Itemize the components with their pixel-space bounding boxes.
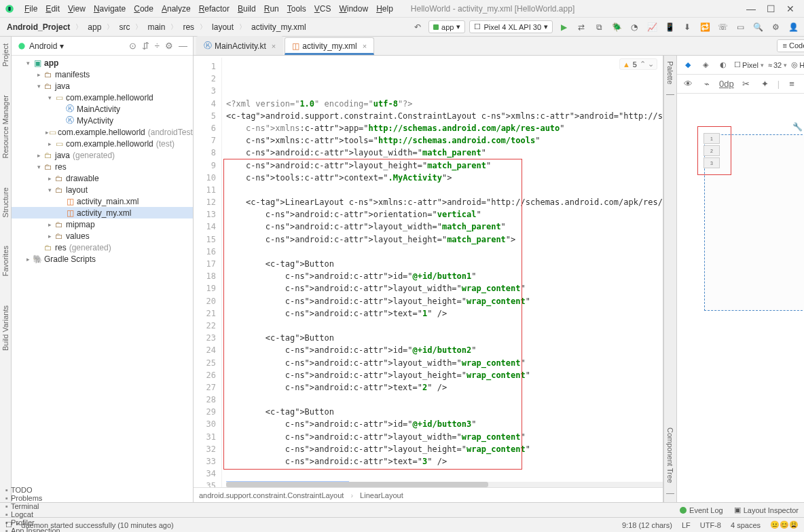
code-editor[interactable]: ▲5⌃ ⌄ 1234567891011121314151617181920212… [194, 56, 663, 502]
orientation-icon[interactable]: ◈ [699, 58, 712, 72]
menu-run[interactable]: Run [260, 3, 283, 15]
breadcrumb-item[interactable]: activity_my.xml [249, 22, 308, 33]
breadcrumb[interactable]: Android_Project〉app〉src〉main〉res〉layout〉… [4, 22, 309, 33]
tree-node[interactable]: ⓀMyActivity [12, 115, 193, 126]
theme-dropdown[interactable]: ◎ HelloWorld [791, 60, 804, 69]
menu-tools[interactable]: Tools [283, 3, 310, 15]
tree-node[interactable]: 🗀res(generated) [12, 242, 193, 253]
tree-node[interactable]: ▾🗀java [12, 80, 193, 92]
left-rail-structure[interactable]: Structure [0, 183, 11, 222]
bottom-tab-todo[interactable]: ▪ TODO [5, 486, 60, 494]
menu-file[interactable]: File [20, 3, 41, 15]
debug-icon[interactable]: 🪲 [610, 20, 623, 34]
left-rail-favorites[interactable]: Favorites [0, 242, 11, 280]
hide-tool-icon[interactable]: — [179, 41, 187, 51]
back-nav-icon[interactable]: ↶ [411, 20, 424, 34]
memory-indicator[interactable]: 😐😊😩 [770, 520, 799, 529]
project-view-dropdown[interactable]: Android ▾ [17, 41, 64, 51]
code-line[interactable]: c-ns">android:c-attr">id="@+id/button2" [226, 344, 663, 356]
mode-code[interactable]: ≡ Code [778, 40, 805, 52]
code-line[interactable]: c-ns">android:c-attr">layout_width="wrap… [226, 431, 663, 443]
surface-select-icon[interactable]: ◆ [681, 58, 695, 72]
tree-node[interactable]: ▸▭com.example.helloworld(test) [12, 138, 193, 149]
code-line[interactable]: <c-tag">Button [226, 406, 663, 418]
wrench-icon[interactable]: 🔧 [792, 122, 803, 132]
minimize-button[interactable]: — [746, 3, 756, 14]
maximize-button[interactable]: ☐ [767, 3, 775, 14]
tree-node[interactable]: ▾🗀layout [12, 184, 193, 195]
tree-node[interactable]: ▸🗀mipmap [12, 218, 193, 230]
event-log-tab[interactable]: Event Log [680, 506, 723, 514]
tool-settings-icon[interactable]: ⚙ [165, 41, 173, 51]
code-lines[interactable]: <?xml version="1.0" encoding="utf-8"?><c… [222, 58, 663, 487]
tree-node[interactable]: ◫activity_main.xml [12, 195, 193, 207]
code-line[interactable]: c-ns">android:c-attr">layout_width="matc… [226, 221, 663, 233]
apply-changes-icon[interactable]: ⇄ [574, 20, 588, 34]
code-line[interactable]: c-ns">android:c-attr">layout_height="wra… [226, 443, 663, 455]
breadcrumb-item[interactable]: layout [209, 22, 236, 33]
menu-code[interactable]: Code [130, 3, 158, 15]
left-rail-build-variants[interactable]: Build Variants [0, 301, 11, 355]
layout-inspector-tab[interactable]: ▣ Layout Inspector [734, 506, 799, 514]
file-encoding[interactable]: UTF-8 [700, 521, 721, 529]
menu-refactor[interactable]: Refactor [195, 3, 234, 15]
device-icon[interactable]: ▭ [733, 20, 747, 34]
editor-tab[interactable]: ⓀMainActivity.kt× [196, 36, 283, 55]
search-icon[interactable]: 🔍 [751, 20, 765, 34]
align-icon[interactable]: ≡ [785, 77, 799, 91]
menu-vcs[interactable]: VCS [310, 3, 335, 15]
code-line[interactable] [226, 468, 663, 480]
breadcrumb-item[interactable]: main [145, 22, 168, 33]
attach-debugger-icon[interactable]: ⧉ [592, 20, 606, 34]
code-line[interactable]: c-ns">tools:c-attr">context=".MyActivity… [226, 172, 663, 184]
tree-node[interactable]: ▸🐘Gradle Scripts [12, 253, 193, 265]
code-line[interactable]: <c-tag">Button [226, 258, 663, 270]
status-icon[interactable]: ☐ [5, 520, 12, 529]
code-line[interactable]: c-ns">android:c-attr">layout_height="wra… [226, 295, 663, 307]
tree-node[interactable]: ◫activity_my.xml [12, 207, 193, 218]
tree-node[interactable]: ▾▭com.example.helloworld [12, 92, 193, 103]
code-line[interactable]: c-ns">android:c-attr">layout_height="mat… [226, 159, 663, 172]
code-line[interactable] [226, 246, 663, 258]
magnet-icon[interactable]: ⌁ [700, 77, 714, 91]
expand-all-icon[interactable]: ⇵ [142, 41, 149, 51]
code-line[interactable]: c-ns">android:c-attr">layout_width="matc… [226, 147, 663, 159]
code-line[interactable]: <c-tag">LinearLayout c-ns">xmlns:c-attr"… [226, 196, 663, 208]
horizontal-scrollbar[interactable] [226, 482, 663, 487]
coverage-icon[interactable]: ◔ [627, 20, 641, 34]
code-line[interactable] [226, 394, 663, 406]
infer-constraints-icon[interactable]: ✦ [759, 77, 772, 91]
structure-breadcrumb[interactable]: android.support.constraint.ConstraintLay… [194, 487, 663, 502]
tree-node[interactable]: ▾▣app [12, 57, 193, 69]
device-type-dropdown[interactable]: ☐ Pixel [734, 60, 764, 69]
code-line[interactable]: c-ns">android:c-attr">orientation="verti… [226, 208, 663, 221]
editor-tab[interactable]: ◫activity_my.xml× [285, 37, 374, 55]
code-line[interactable]: c-ns">android:c-attr">layout_height="wra… [226, 369, 663, 381]
close-button[interactable]: ✕ [786, 3, 794, 14]
indent-setting[interactable]: 4 spaces [731, 521, 761, 529]
code-line[interactable]: c-ns">android:c-attr">text="2" /> [226, 381, 663, 394]
default-margin[interactable]: 0dp [719, 79, 734, 89]
menu-navigate[interactable]: Navigate [90, 3, 130, 15]
pan-eye-icon[interactable]: 👁 [681, 77, 695, 91]
device-dropdown[interactable]: ☐ Pixel 4 XL API 30 ▾ [469, 20, 553, 33]
project-tree[interactable]: ▾▣app▸🗀manifests▾🗀java▾▭com.example.hell… [12, 56, 193, 502]
tree-node[interactable]: ▸🗀manifests [12, 69, 193, 80]
select-opened-file-icon[interactable]: ⊙ [129, 41, 136, 51]
sdk-manager-icon[interactable]: ⬇ [680, 20, 694, 34]
close-tab-icon[interactable]: × [363, 42, 367, 50]
tree-node[interactable]: ▸🗀values [12, 230, 193, 242]
code-line[interactable] [226, 320, 663, 332]
clear-constraints-icon[interactable]: ✂ [739, 77, 753, 91]
line-separator[interactable]: LF [682, 521, 691, 529]
menu-help[interactable]: Help [372, 3, 397, 15]
left-rail-project[interactable]: Project [0, 39, 11, 71]
menu-edit[interactable]: Edit [41, 3, 64, 15]
code-line[interactable]: c-ns">android:c-attr">layout_width="wrap… [226, 282, 663, 294]
phone-icon[interactable]: ☏ [716, 20, 729, 34]
breadcrumb-item[interactable]: Android_Project [4, 22, 73, 33]
tree-node[interactable]: ▾🗀res [12, 161, 193, 172]
night-mode-icon[interactable]: ◐ [716, 58, 730, 72]
profile-icon[interactable]: 📈 [645, 20, 659, 34]
menu-build[interactable]: Build [234, 3, 260, 15]
